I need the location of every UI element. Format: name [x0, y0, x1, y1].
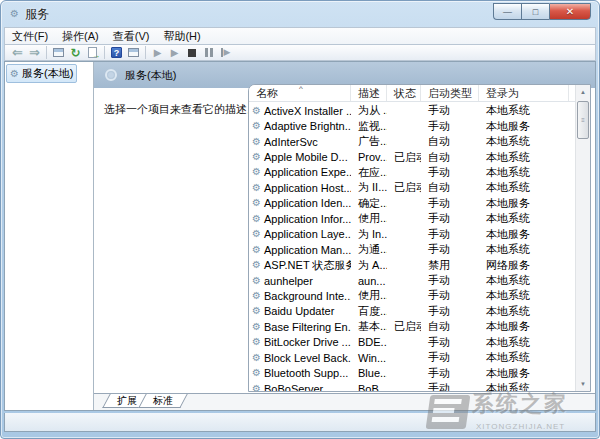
- service-startup-type: 手动: [421, 103, 479, 118]
- scrollbar-thumb[interactable]: ≡: [577, 101, 589, 139]
- service-row[interactable]: ⚙Application Expe...在应...手动本地系统: [249, 165, 575, 180]
- service-description: aun...: [351, 275, 387, 287]
- service-status: 已启动: [387, 319, 421, 334]
- start-service-icon[interactable]: ▶: [149, 45, 166, 60]
- service-name: ⚙Application Laye...: [249, 228, 351, 240]
- service-startup-type: 自动: [421, 180, 479, 195]
- back-icon[interactable]: ⇐: [9, 45, 26, 60]
- service-description: Prov...: [351, 151, 387, 163]
- service-name: ⚙aunhelper: [249, 275, 351, 287]
- toolbar-separator: [104, 46, 105, 59]
- service-name: ⚙Application Host...: [249, 182, 351, 194]
- maximize-button[interactable]: □: [521, 3, 549, 20]
- pause-service-icon[interactable]: [200, 45, 217, 60]
- service-row[interactable]: ⚙Application Iden...确定...手动本地服务: [249, 196, 575, 211]
- service-name: ⚙Adaptive Brightn...: [249, 120, 351, 132]
- status-bar: [4, 413, 596, 432]
- service-row[interactable]: ⚙Application Host...为 II...已启动自动本地系统: [249, 180, 575, 195]
- service-logon-as: 网络服务: [479, 258, 569, 273]
- service-logon-as: 本地系统: [479, 165, 569, 180]
- service-name: ⚙Apple Mobile D...: [249, 151, 351, 163]
- pane-title: 服务(本地): [125, 68, 176, 83]
- properties-window-icon[interactable]: [125, 45, 142, 60]
- column-header-4[interactable]: 登录为: [479, 85, 569, 101]
- service-row[interactable]: ⚙ActiveX Installer ...为从 ...手动本地系统: [249, 103, 575, 118]
- service-name: ⚙BitLocker Drive ...: [249, 336, 351, 348]
- forward-icon[interactable]: ⇒: [26, 45, 43, 60]
- scroll-up-arrow-icon[interactable]: ▲: [577, 85, 589, 99]
- service-row[interactable]: ⚙BoBoServerBoB...手动本地系统: [249, 381, 575, 392]
- restart-service-icon[interactable]: ▶: [217, 45, 234, 60]
- service-logon-as: 本地服务: [479, 366, 569, 381]
- console-window-icon[interactable]: [50, 45, 67, 60]
- service-row[interactable]: ⚙Adaptive Brightn...监视...手动本地服务: [249, 118, 575, 133]
- window-frame: ⚙ 服务 — □ ✕ 文件(F)操作(A)查看(V)帮助(H) ⇐⇒↻?▶▶▶ …: [0, 0, 600, 439]
- service-row[interactable]: ⚙Base Filtering En...基本...已启动自动本地服务: [249, 319, 575, 334]
- service-name: ⚙Base Filtering En...: [249, 321, 351, 333]
- service-row[interactable]: ⚙Bluetooth Supp...Blue...手动本地服务: [249, 365, 575, 380]
- refresh-icon[interactable]: ↻: [67, 45, 84, 60]
- tree-item-services-local[interactable]: ⚙ 服务(本地): [6, 64, 77, 83]
- column-header-0[interactable]: 名称^: [249, 85, 351, 101]
- minimize-button[interactable]: —: [493, 3, 521, 20]
- service-row[interactable]: ⚙AdInterSvc广告...自动本地系统: [249, 134, 575, 149]
- menu-item-1[interactable]: 操作(A): [55, 28, 106, 45]
- service-description: 确定...: [351, 196, 387, 211]
- service-startup-type: 手动: [421, 273, 479, 288]
- service-name: ⚙BoBoServer: [249, 383, 351, 392]
- menu-item-0[interactable]: 文件(F): [5, 28, 55, 45]
- service-gear-icon: ⚙: [252, 245, 261, 255]
- service-row[interactable]: ⚙Application Laye...为 In...手动本地服务: [249, 227, 575, 242]
- service-logon-as: 本地系统: [479, 273, 569, 288]
- column-header-1[interactable]: 描述: [351, 85, 387, 101]
- service-description: 基本...: [351, 319, 387, 334]
- service-name: ⚙Bluetooth Supp...: [249, 367, 351, 379]
- service-startup-type: 手动: [421, 350, 479, 365]
- tab-standard[interactable]: 标准: [138, 394, 187, 408]
- service-row[interactable]: ⚙ASP.NET 状态服务为 A...禁用网络服务: [249, 257, 575, 272]
- service-logon-as: 本地系统: [479, 335, 569, 350]
- service-logon-as: 本地系统: [479, 134, 569, 149]
- service-name: ⚙Application Man...: [249, 244, 351, 256]
- service-gear-icon: ⚙: [252, 229, 261, 239]
- menu-item-2[interactable]: 查看(V): [106, 28, 157, 45]
- service-logon-as: 本地系统: [479, 304, 569, 319]
- close-button[interactable]: ✕: [549, 3, 591, 20]
- service-row[interactable]: ⚙Apple Mobile D...Prov...已启动自动本地系统: [249, 149, 575, 164]
- services-pane-icon: [105, 69, 117, 81]
- service-gear-icon: ⚙: [252, 183, 261, 193]
- service-gear-icon: ⚙: [252, 137, 261, 147]
- service-startup-type: 禁用: [421, 258, 479, 273]
- service-description: 监视...: [351, 119, 387, 134]
- menu-item-3[interactable]: 帮助(H): [156, 28, 207, 45]
- service-gear-icon: ⚙: [252, 260, 261, 270]
- service-gear-icon: ⚙: [252, 306, 261, 316]
- service-description: 广告...: [351, 134, 387, 149]
- service-row[interactable]: ⚙aunhelperaun...手动本地系统: [249, 273, 575, 288]
- vertical-scrollbar[interactable]: ▲ ≡ ▼: [575, 85, 590, 391]
- scroll-down-arrow-icon[interactable]: ▼: [577, 377, 589, 391]
- column-header-3[interactable]: 启动类型: [421, 85, 479, 101]
- service-name: ⚙AdInterSvc: [249, 136, 351, 148]
- service-row[interactable]: ⚙BitLocker Drive ...BDE...手动本地系统: [249, 335, 575, 350]
- title-bar: ⚙ 服务 — □ ✕: [1, 1, 599, 27]
- tree-item-label: 服务(本地): [22, 66, 73, 81]
- service-description: Win...: [351, 352, 387, 364]
- service-row[interactable]: ⚙Application Man...为通...手动本地系统: [249, 242, 575, 257]
- main-content: ⚙ 服务(本地) 服务(本地) 选择一个项目来查看它的描述。 名称^描述状态启动…: [4, 61, 596, 411]
- column-header-2[interactable]: 状态: [387, 85, 421, 101]
- service-gear-icon: ⚙: [252, 167, 261, 177]
- resume-service-icon[interactable]: ▶: [166, 45, 183, 60]
- service-row[interactable]: ⚙Background Inte...使用...手动本地系统: [249, 288, 575, 303]
- service-description: 使用...: [351, 211, 387, 226]
- services-gear-icon: ⚙: [10, 69, 19, 79]
- stop-service-icon[interactable]: [183, 45, 200, 60]
- export-list-icon[interactable]: [84, 45, 101, 60]
- service-description: 为 A...: [351, 258, 387, 273]
- service-description: 为从 ...: [351, 103, 387, 118]
- help-icon[interactable]: ?: [108, 45, 125, 60]
- service-row[interactable]: ⚙Block Level Back...Win...手动本地系统: [249, 350, 575, 365]
- service-logon-as: 本地服务: [479, 227, 569, 242]
- service-row[interactable]: ⚙Application Infor...使用...手动本地系统: [249, 211, 575, 226]
- service-row[interactable]: ⚙Baidu Updater百度...手动本地系统: [249, 304, 575, 319]
